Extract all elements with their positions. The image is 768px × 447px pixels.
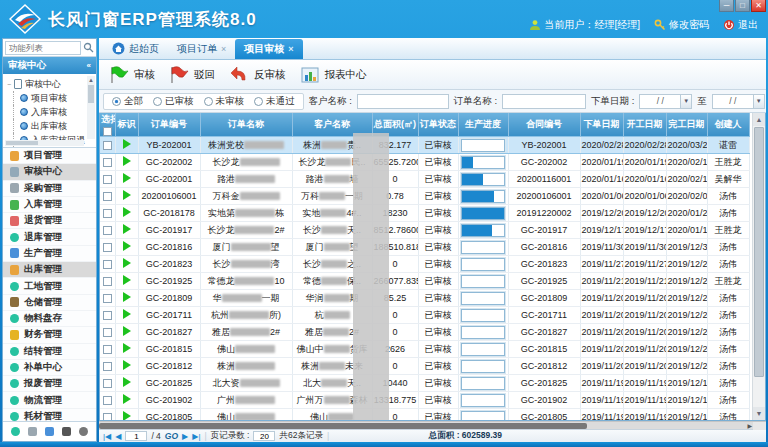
row-select-cell[interactable] <box>100 137 115 154</box>
row-checkbox[interactable] <box>103 328 112 337</box>
order-name-input[interactable] <box>502 94 586 109</box>
tab-close-icon[interactable]: × <box>288 44 293 54</box>
row-select-cell[interactable] <box>100 222 115 239</box>
row-checkbox[interactable] <box>103 362 112 371</box>
row-select-cell[interactable] <box>100 358 115 375</box>
report-center-button[interactable]: 报表中心 <box>300 66 367 84</box>
go-button[interactable]: GO <box>165 431 178 441</box>
row-select-cell[interactable] <box>100 324 115 341</box>
grid-horizontal-scrollbar[interactable]: ▶ <box>99 421 766 429</box>
feather-icon[interactable] <box>45 427 54 436</box>
select-all-checkbox[interactable] <box>103 127 112 136</box>
order-date-to-input[interactable]: / /▼ <box>712 94 765 109</box>
row-checkbox[interactable] <box>103 243 112 252</box>
row-select-cell[interactable] <box>100 256 115 273</box>
calendar-dropdown-icon[interactable]: ▼ <box>680 95 691 108</box>
calendar-dropdown-icon[interactable]: ▼ <box>753 95 764 108</box>
status-radio-0[interactable]: 全部 <box>112 95 143 108</box>
row-checkbox[interactable] <box>103 396 112 405</box>
cart-icon[interactable] <box>28 427 37 436</box>
tab-0[interactable]: 起始页 <box>103 39 168 59</box>
row-select-cell[interactable] <box>100 307 115 324</box>
tab-close-icon[interactable]: × <box>221 44 226 54</box>
row-checkbox[interactable] <box>103 141 112 150</box>
sidebar-item-5[interactable]: 退库管理 <box>3 229 96 245</box>
row-select-cell[interactable] <box>100 409 115 421</box>
printer-icon[interactable] <box>62 427 71 436</box>
table-row[interactable]: GC-202002长沙龙长沙龙民..65525.7200...已审核GC-202… <box>100 154 749 171</box>
more-icon[interactable] <box>79 427 88 436</box>
sidebar-item-9[interactable]: 仓储管理 <box>3 295 96 311</box>
collapse-icon[interactable]: « <box>87 61 91 70</box>
sidebar-item-0[interactable]: 项目管理 <box>3 148 96 164</box>
sidebar-item-11[interactable]: 财务管理 <box>3 327 96 343</box>
status-radio-3[interactable]: 未通过 <box>254 95 295 108</box>
col-header-0[interactable]: 选择 <box>100 113 115 137</box>
table-row[interactable]: GC-201917长沙龙2#长沙天..8512.78600...已审核GC-20… <box>100 222 749 239</box>
sidebar-item-3[interactable]: 入库管理 <box>3 197 96 213</box>
status-radio-2[interactable]: 未审核 <box>204 95 245 108</box>
row-checkbox[interactable] <box>103 226 112 235</box>
tab-1[interactable]: 项目订单× <box>168 39 235 59</box>
row-checkbox[interactable] <box>103 209 112 218</box>
search-icon[interactable] <box>83 42 94 53</box>
row-checkbox[interactable] <box>103 345 112 354</box>
row-checkbox[interactable] <box>103 294 112 303</box>
table-row[interactable]: GC-201827雅居2#雅居2#0已审核GC-2018272019/11/20… <box>100 324 749 341</box>
row-checkbox[interactable] <box>103 379 112 388</box>
sidebar-item-10[interactable]: 物料盘存 <box>3 311 96 327</box>
tree-root-audit-center[interactable]: − 审核中心 <box>7 77 94 91</box>
customer-name-input[interactable] <box>357 94 449 109</box>
table-row[interactable]: GC-201823长沙湾长沙之..0已审核GC-2018232019/11/27… <box>100 256 749 273</box>
sidebar-item-12[interactable]: 结转管理 <box>3 344 96 360</box>
row-checkbox[interactable] <box>103 158 112 167</box>
page-size-input[interactable] <box>253 431 275 441</box>
table-row[interactable]: GC-201902广州广州万森林13318.775已审核GC-201902201… <box>100 392 749 409</box>
status-radio-1[interactable]: 已审核 <box>153 95 194 108</box>
close-icon[interactable]: ✕ <box>751 0 766 12</box>
row-checkbox[interactable] <box>103 260 112 269</box>
unaudit-button[interactable]: 反审核 <box>229 66 286 84</box>
tree-item-1[interactable]: 入库审核 <box>7 105 94 119</box>
table-row[interactable]: GC-201816厦门望厦门望188510.818已审核GC-201816201… <box>100 239 749 256</box>
maximize-icon[interactable]: □ <box>735 0 750 12</box>
sidebar-item-2[interactable]: 采购管理 <box>3 181 96 197</box>
row-select-cell[interactable] <box>100 290 115 307</box>
row-select-cell[interactable] <box>100 341 115 358</box>
table-row[interactable]: GC-201812株洲株洲未来0已审核GC-2018122019/11/2020… <box>100 358 749 375</box>
status-dot-icon[interactable] <box>11 427 20 436</box>
tree-expand-icon[interactable]: − <box>7 81 11 88</box>
tree-item-0[interactable]: 项目审核 <box>7 91 94 105</box>
row-select-cell[interactable] <box>100 188 115 205</box>
vscroll-thumb[interactable] <box>754 127 764 377</box>
row-select-cell[interactable] <box>100 239 115 256</box>
table-row[interactable]: GC-201815佛山佛山中货库2626已审核GC-2018152019/11/… <box>100 341 749 358</box>
tree-item-2[interactable]: 出库审核 <box>7 119 94 133</box>
logout-button[interactable]: 退出 <box>723 18 758 32</box>
sidebar-item-8[interactable]: 工地管理 <box>3 278 96 294</box>
next-page-icon[interactable]: ▶ <box>182 432 188 441</box>
tree-horizontal-scrollbar[interactable] <box>5 140 84 146</box>
sidebar-item-14[interactable]: 报废管理 <box>3 376 96 392</box>
row-select-cell[interactable] <box>100 375 115 392</box>
table-row[interactable]: GC-201825北大资北大天..10440已审核GC-2018252019/1… <box>100 375 749 392</box>
table-row[interactable]: GC-202001路港路港墙0已审核202001160012020/01/162… <box>100 171 749 188</box>
sidebar-item-1[interactable]: 审核中心 <box>3 164 96 180</box>
row-checkbox[interactable] <box>103 413 112 421</box>
table-row[interactable]: 20200106001万科金万科一期0.78已审核202001060012020… <box>100 188 749 205</box>
last-page-icon[interactable]: ▶| <box>192 432 200 441</box>
page-number-input[interactable] <box>125 431 147 441</box>
table-row[interactable]: GC-201805佛山佛山0已审核GC-2018052019/11/192019… <box>100 409 749 421</box>
row-select-cell[interactable] <box>100 154 115 171</box>
audit-button[interactable]: 审核 <box>109 66 155 84</box>
row-select-cell[interactable] <box>100 392 115 409</box>
row-checkbox[interactable] <box>103 175 112 184</box>
scroll-up-icon[interactable]: ▲ <box>753 113 765 126</box>
scroll-down-icon[interactable]: ▼ <box>753 407 765 420</box>
function-search-input[interactable] <box>5 41 81 55</box>
table-row[interactable]: GC-2018178实地第栋实地4#..18230已审核201912200022… <box>100 205 749 222</box>
prev-page-icon[interactable]: ◀ <box>115 432 121 441</box>
tree-vertical-scrollbar[interactable]: ▲ <box>87 76 95 139</box>
row-checkbox[interactable] <box>103 311 112 320</box>
hscroll-thumb[interactable] <box>99 423 587 429</box>
